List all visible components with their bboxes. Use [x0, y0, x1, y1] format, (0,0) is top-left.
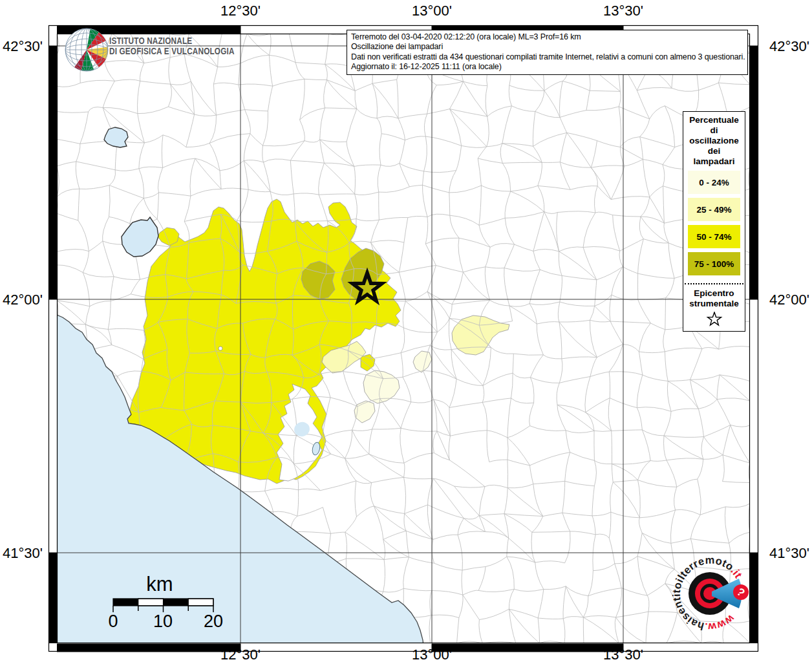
axis-label-lat: 41°30'	[0, 545, 43, 562]
event-effect: Oscillazione dei lampadari	[351, 42, 743, 52]
legend-divider	[685, 283, 743, 284]
scale-bar-tick-label: 0	[108, 612, 118, 632]
legend-epicenter-star-icon	[706, 312, 723, 327]
axis-label-lon: 13°30'	[603, 3, 643, 19]
lake-tiny	[219, 347, 222, 350]
legend-swatch-25-49: 25 - 49%	[688, 198, 740, 221]
event-info-box: Terremoto del 03-04-2020 02:12:20 (ora l…	[347, 30, 748, 75]
legend-title-line: Percentuale	[683, 115, 745, 125]
legend-swatch-0-24: 0 - 24%	[688, 171, 740, 194]
legend-swatch-50-74: 50 - 74%	[688, 225, 740, 248]
ingv-name-line2: DI GEOFISICA E VULCANOLOGIA	[109, 46, 235, 56]
legend-title-line: lampadari	[683, 156, 745, 167]
legend-epicenter-label: strumentale	[683, 299, 745, 309]
legend-title-line: oscillazione	[683, 136, 745, 146]
ingv-name-line1: ISTITUTO NAZIONALE	[109, 36, 235, 46]
scale-bar-tick-label: 20	[204, 612, 223, 632]
axis-label-lon: 13°00'	[412, 3, 452, 19]
axis-label-lon: 12°30'	[220, 646, 261, 662]
ingv-logo-wordmark: ISTITUTO NAZIONALE DI GEOFISICA E VULCAN…	[109, 36, 235, 56]
legend-title-line: dei	[683, 146, 745, 156]
legend-title-line: di	[683, 125, 745, 136]
legend: Percentuale di oscillazione dei lampadar…	[683, 111, 745, 332]
axis-label-lat: 42°30'	[769, 38, 809, 55]
legend-epicenter-label: Epicentro	[683, 288, 745, 299]
scale-bar-unit: km	[146, 573, 173, 596]
macroseismic-map-page: { "title_box": { "line1": "Terremoto del…	[0, 0, 812, 662]
axis-label-lon: 12°30'	[220, 3, 261, 19]
event-updated: Aggiornato il: 16-12-2025 11:11 (ora loc…	[351, 62, 743, 72]
ingv-logo-globe	[65, 28, 108, 71]
legend-swatch-75-100: 75 - 100%	[688, 252, 740, 275]
axis-label-lat: 42°30'	[0, 38, 43, 55]
axis-label-lat: 42°00'	[0, 292, 43, 308]
axis-label-lat: 41°30'	[769, 545, 809, 562]
event-title: Terremoto del 03-04-2020 02:12:20 (ora l…	[351, 32, 743, 42]
axis-label-lon: 13°00'	[412, 646, 452, 662]
axis-label-lon: 13°30'	[603, 646, 643, 662]
event-data-note: Dati non verificati estratti da 434 ques…	[351, 52, 743, 62]
map-interior	[55, 32, 753, 652]
axis-label-lat: 42°00'	[769, 292, 809, 308]
scale-bar-tick-label: 10	[153, 612, 173, 632]
